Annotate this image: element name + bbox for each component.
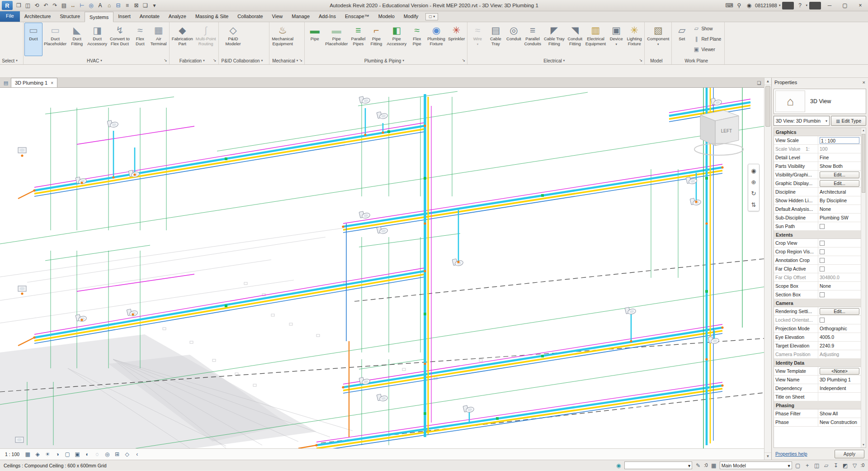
ribbon-button-pipe-accessory[interactable]: ◧Pipe Accessory	[385, 23, 408, 56]
panel-label-select[interactable]: Select▾	[1, 57, 22, 64]
ribbon-button-cable-tray[interactable]: ▤Cable Tray	[486, 23, 505, 56]
visual-style-icon[interactable]: ◈	[33, 450, 42, 459]
customize-quick-access-icon[interactable]: ▾	[150, 1, 159, 10]
ribbon-button-parallel-conduits[interactable]: ≡Parallel Conduits	[523, 23, 542, 56]
plumbing-fixture[interactable]	[377, 110, 388, 120]
panel-label-p-id-collaboration[interactable]: P&ID Collaboration▾	[220, 57, 269, 64]
ribbon-button-lighting-fixture[interactable]: ✳Lighting Fixture	[625, 23, 643, 56]
worksharing-display-icon[interactable]: ◉	[615, 462, 622, 469]
panel-label-plumbing-piping[interactable]: Plumbing & Piping▾↘	[306, 57, 466, 64]
scrollbar-thumb[interactable]	[765, 86, 770, 127]
property-value[interactable]: 100	[820, 146, 828, 152]
graphic-display-button[interactable]: Edit...	[820, 180, 859, 187]
property-value[interactable]: Show All	[820, 411, 838, 416]
ribbon-button-flex-pipe[interactable]: ≈Flex Pipe	[408, 23, 426, 56]
close-inactive-windows-icon[interactable]: ⊠	[132, 1, 141, 10]
tab-manage[interactable]: Manage	[287, 11, 314, 22]
panel-label-fabrication[interactable]: Fabrication▾↘	[170, 57, 217, 64]
maximize-button[interactable]: ▢	[838, 0, 852, 11]
user-menu-caret[interactable]: ▾	[779, 4, 781, 7]
element-selector[interactable]: 3D View: 3D Plumbin ▾	[774, 116, 830, 126]
ribbon-button-pipe-placeholder[interactable]: ▬Pipe Placeholder	[324, 23, 349, 56]
ribbon-button-show[interactable]: ▱Show	[691, 24, 723, 33]
temporary-view-properties-icon[interactable]: ◎	[103, 450, 112, 459]
properties-scrollbar[interactable]: ▲▼	[861, 128, 866, 447]
property-value[interactable]: New Construction	[820, 419, 857, 425]
navigation-bar[interactable]: ◉⊕↻⇅	[748, 164, 760, 211]
reveal-hidden-elements-icon[interactable]: ◌	[93, 450, 102, 459]
section-phasing[interactable]: Phasing^	[774, 401, 866, 409]
ribbon-button-component[interactable]: ▧Component▾	[646, 23, 670, 56]
plumbing-fixture[interactable]	[127, 308, 138, 317]
properties-header[interactable]: Properties ×	[772, 78, 868, 87]
crop-region-vis-checkbox[interactable]	[820, 249, 825, 254]
plumbing-fixture[interactable]	[359, 210, 370, 219]
modify-selection-dropdown[interactable]: ▢ ▾	[425, 13, 438, 20]
scroll-up-icon[interactable]: ▲	[764, 78, 771, 85]
view-tab-3d-plumbing-1[interactable]: 3D Plumbing 1×	[11, 78, 57, 87]
select-by-face-icon[interactable]: ◩	[842, 462, 849, 469]
dialog-launcher-icon[interactable]: ↘	[462, 58, 466, 62]
scroll-up-icon[interactable]: ▲	[861, 128, 866, 133]
ribbon-button-ref-plane[interactable]: ∥Ref Plane	[691, 34, 723, 43]
ribbon-button-conduit[interactable]: ◎Conduit	[505, 23, 523, 56]
view-scale-button[interactable]: 1 : 100	[2, 450, 22, 458]
active-workset-select[interactable]: ▾	[624, 461, 692, 469]
property-value[interactable]: Independent	[820, 385, 846, 391]
crop-view-checkbox[interactable]	[820, 241, 825, 246]
ribbon-button-duct-placeholder[interactable]: ▭Duct Placeholder	[42, 23, 68, 56]
print-icon[interactable]: ▤	[60, 1, 68, 10]
dialog-launcher-icon[interactable]: ↘	[213, 58, 217, 62]
sun-path-checkbox[interactable]	[820, 224, 825, 229]
property-value[interactable]: By Discipline	[820, 198, 847, 203]
select-underlay-icon[interactable]: ▱	[823, 462, 830, 469]
account-icon[interactable]: ◉	[745, 2, 753, 9]
save-icon[interactable]: ◫	[24, 1, 32, 10]
select-links-icon[interactable]: ◫	[813, 462, 821, 469]
undo-icon[interactable]: ↶	[42, 1, 50, 10]
section-identity-data[interactable]: Identity Data^	[774, 359, 866, 367]
property-value[interactable]: None	[820, 206, 831, 212]
sink-fixture[interactable]	[18, 286, 26, 291]
ribbon-button-flex-duct[interactable]: ≈Flex Duct	[131, 23, 149, 56]
property-value[interactable]: Architectural	[820, 189, 846, 195]
ribbon-button-electrical-equipment[interactable]: ▥Electrical Equipment	[584, 23, 607, 56]
scroll-down-icon[interactable]: ▼	[861, 442, 866, 447]
temporary-hide-isolate-icon[interactable]: ◐	[83, 450, 92, 459]
property-value[interactable]: 4005.0	[820, 334, 834, 340]
tab-annotate[interactable]: Annotate	[135, 11, 164, 22]
property-value[interactable]: Fine	[820, 155, 829, 160]
tab-systems[interactable]: Systems	[85, 12, 113, 22]
ribbon-button-sprinkler[interactable]: ✳Sprinkler	[447, 23, 467, 56]
ribbon-button-parallel-pipes[interactable]: ≡Parallel Pipes	[349, 23, 367, 56]
collapse-icon[interactable]: ‹	[132, 450, 142, 459]
property-value[interactable]: None	[820, 283, 831, 289]
panel-label-hvac[interactable]: HVAC▾↘	[24, 57, 168, 64]
highlight-displacement-icon[interactable]: ◇	[123, 450, 132, 459]
view-scale-input[interactable]: 1 : 100	[820, 137, 859, 144]
property-value[interactable]: Orthographic	[820, 326, 847, 331]
editing-requests-icon[interactable]: ✎	[694, 462, 702, 469]
detail-level-icon[interactable]: ▦	[23, 450, 32, 459]
type-selector[interactable]: ⌂ 3D View	[774, 89, 866, 114]
sink-fixture[interactable]	[18, 147, 26, 153]
section-graphics[interactable]: Graphics^	[774, 128, 866, 136]
locked-orientat-checkbox[interactable]	[820, 318, 825, 323]
ribbon-button-cable-tray-fitting[interactable]: ◤Cable Tray Fitting	[542, 23, 566, 56]
design-option-select[interactable]: Main Model▾	[720, 461, 792, 469]
plumbing-fixture[interactable]	[75, 313, 87, 323]
dialog-launcher-icon[interactable]: ↘	[299, 58, 303, 62]
ribbon-button-p-id-modeler[interactable]: ◇P&ID Modeler	[220, 23, 247, 56]
open-icon[interactable]: ❐	[14, 1, 23, 10]
panel-label-mechanical[interactable]: Mechanical▾↘	[270, 57, 303, 64]
rewind-icon[interactable]: ⇅	[749, 200, 758, 209]
keyboard-icon[interactable]: ⌨	[725, 2, 733, 9]
tab-structure[interactable]: Structure	[55, 11, 85, 22]
panel-label-work-plane[interactable]: Work Plane	[673, 57, 723, 64]
search-icon[interactable]: ⚲	[735, 2, 743, 9]
scroll-down-icon[interactable]: ▼	[764, 452, 771, 460]
help-menu-caret[interactable]: ▾	[806, 4, 807, 7]
tab-modify[interactable]: Modify	[399, 11, 423, 22]
tab-view[interactable]: View	[268, 11, 288, 22]
application-menu-button[interactable]: R	[2, 1, 13, 10]
